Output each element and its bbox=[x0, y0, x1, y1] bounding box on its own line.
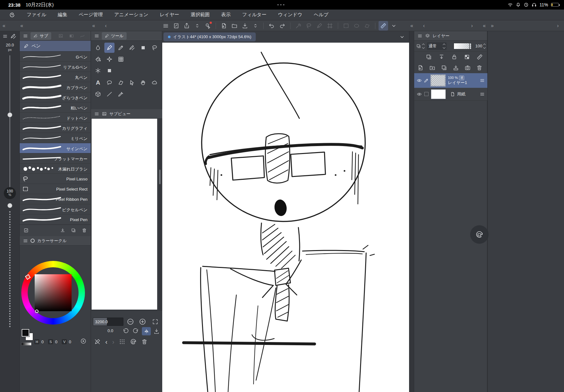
zoom-out-icon[interactable] bbox=[127, 318, 134, 326]
app-logo-icon[interactable] bbox=[9, 12, 15, 18]
opacity-slider-knob[interactable] bbox=[7, 203, 12, 208]
redo-button[interactable] bbox=[277, 21, 287, 31]
rotate-canvas-icon[interactable] bbox=[130, 339, 136, 345]
reset-view-icon[interactable] bbox=[153, 328, 160, 334]
layer-combine-icon[interactable] bbox=[416, 44, 421, 49]
subtool-item-komorebi-brush[interactable]: 木漏れ日ブラシ bbox=[20, 164, 91, 174]
multitask-indicator-dots[interactable] bbox=[277, 4, 284, 5]
dots-grid-icon[interactable] bbox=[119, 339, 125, 345]
brush-pair-icon[interactable] bbox=[10, 33, 17, 39]
zoom-in-icon[interactable] bbox=[139, 318, 146, 326]
tool-blend-droplet[interactable] bbox=[93, 43, 103, 53]
menu-item-page-manage[interactable]: ページ管理 bbox=[79, 12, 103, 18]
rotate-cw-icon[interactable] bbox=[132, 328, 139, 334]
new-folder-icon[interactable] bbox=[429, 65, 435, 71]
subtab-image-icon[interactable] bbox=[58, 33, 63, 38]
tool-text[interactable]: A bbox=[93, 78, 103, 88]
marquee-ellipse-button[interactable] bbox=[352, 21, 361, 31]
import-subtool-icon[interactable] bbox=[60, 228, 65, 233]
paper-thumbnail[interactable] bbox=[431, 89, 446, 99]
tool-3d[interactable] bbox=[93, 89, 103, 99]
subtool-item-calligraphy[interactable]: カリグラフィ bbox=[20, 123, 91, 133]
menu-item-file[interactable]: ファイル bbox=[27, 12, 46, 18]
menu-item-window[interactable]: ウィンドウ bbox=[278, 12, 303, 18]
opacity-slider-handle[interactable] bbox=[469, 43, 470, 49]
history-forward-icon[interactable]: › bbox=[112, 339, 115, 345]
panel-chevron-right-2[interactable]: › bbox=[557, 23, 559, 28]
subtool-item-g-pen[interactable]: Gペン bbox=[20, 52, 91, 62]
clear-canvas-trash-icon[interactable] bbox=[141, 339, 148, 345]
duplicate-subtool-icon[interactable] bbox=[71, 228, 76, 233]
selection-pen-button[interactable] bbox=[315, 21, 324, 31]
layer-panel-menu-icon[interactable] bbox=[417, 33, 422, 38]
page-switch-button[interactable] bbox=[251, 21, 260, 31]
subtool-item-pixel-lasso[interactable]: Pixel Lasso bbox=[20, 174, 91, 184]
zoom-input[interactable]: 3200.0 bbox=[93, 318, 123, 326]
enable-ruler-icon[interactable] bbox=[477, 54, 483, 60]
tool-tone[interactable] bbox=[116, 54, 126, 64]
subview-scrollbar[interactable] bbox=[158, 119, 161, 310]
new-page-button[interactable] bbox=[219, 21, 229, 31]
menu-item-layer[interactable]: レイヤー bbox=[160, 12, 179, 18]
layer-visibility-eye-icon[interactable] bbox=[417, 92, 422, 97]
menu-item-filter[interactable]: フィルター bbox=[242, 12, 266, 18]
strip-menu-icon[interactable] bbox=[3, 34, 8, 39]
subtab-curve-icon[interactable] bbox=[80, 33, 85, 38]
document-bar-chevron-down-icon[interactable] bbox=[399, 34, 405, 40]
delete-layer-icon[interactable] bbox=[476, 65, 483, 71]
panel-collapse-left-2[interactable]: « bbox=[20, 23, 23, 28]
tool-figure[interactable] bbox=[116, 78, 126, 88]
opacity-stepper[interactable] bbox=[484, 44, 485, 48]
subtool-item-pixel-ribbon-pen[interactable]: Pixel Ribbon Pen bbox=[20, 194, 91, 204]
clip-to-layer-below-icon[interactable] bbox=[438, 54, 445, 60]
document-tab[interactable]: イラスト44* (4100 x 3000px 72dpi 54.6%) bbox=[164, 32, 256, 41]
subview-menu-icon[interactable] bbox=[94, 111, 99, 116]
delete-subtool-icon[interactable] bbox=[82, 228, 87, 233]
duplicate-layer-icon[interactable] bbox=[441, 65, 447, 71]
lock-layer-icon[interactable] bbox=[451, 54, 457, 60]
panel-chevron-left-2[interactable]: ‹ bbox=[423, 23, 425, 28]
layer-edit-checkbox[interactable] bbox=[424, 92, 428, 96]
subtool-item-dot-pen[interactable]: ドットペン bbox=[20, 113, 91, 123]
menu-item-animation[interactable]: アニメーション bbox=[114, 12, 148, 18]
brush-size-slider-knob[interactable] bbox=[7, 112, 12, 117]
opacity-slider[interactable] bbox=[9, 211, 10, 328]
layer-row-layer1[interactable]: 100 % 通 レイヤー1 bbox=[414, 73, 487, 88]
tab-subtool[interactable]: サブ bbox=[31, 32, 51, 40]
layer-row-menu-icon[interactable] bbox=[480, 78, 485, 83]
color-panel-menu-icon[interactable] bbox=[23, 238, 28, 243]
subtool-item-kabura-pen[interactable]: カブラペン bbox=[20, 82, 91, 92]
color-history-mini-bar[interactable] bbox=[21, 342, 31, 346]
layer-row-paper[interactable]: 用紙 bbox=[414, 88, 487, 101]
rotate-ccw-icon[interactable] bbox=[123, 328, 129, 334]
combine-stepper[interactable] bbox=[422, 44, 424, 48]
camera-import-icon[interactable] bbox=[464, 65, 471, 71]
subtab-gradient-icon[interactable] bbox=[69, 33, 74, 38]
canvas-area[interactable] bbox=[162, 43, 409, 392]
tool-pen[interactable] bbox=[104, 43, 115, 53]
tool-pencil[interactable] bbox=[116, 43, 126, 53]
lock-alpha-icon[interactable] bbox=[464, 54, 470, 60]
layer-row-menu-icon[interactable] bbox=[480, 92, 485, 97]
tool-airbrush[interactable] bbox=[93, 54, 103, 64]
subtool-item-pixel-pen[interactable]: Pixel Pen bbox=[20, 214, 91, 225]
workspace-switch-button[interactable] bbox=[192, 21, 202, 31]
pen-disable-icon[interactable] bbox=[94, 339, 101, 345]
panel-collapse-left-3[interactable]: « bbox=[92, 23, 95, 28]
panel-collapse-left-4[interactable]: « bbox=[410, 23, 413, 28]
panel-collapse-left-1[interactable]: « bbox=[3, 23, 5, 28]
menu-item-help[interactable]: ヘルプ bbox=[314, 12, 328, 18]
tool-eyedropper[interactable] bbox=[116, 89, 126, 99]
export-button[interactable] bbox=[240, 21, 250, 31]
tool-hand[interactable] bbox=[138, 78, 148, 88]
tool-balloon[interactable] bbox=[104, 78, 115, 88]
subtool-item-maru-pen[interactable]: 丸ペン bbox=[20, 72, 91, 82]
fit-to-screen-icon[interactable] bbox=[152, 318, 158, 325]
subtool-item-flat-marker[interactable]: フラットマーカー bbox=[20, 153, 91, 164]
panel-chevron-right-1[interactable]: › bbox=[471, 23, 473, 28]
layer-opacity-slider[interactable] bbox=[454, 43, 471, 49]
menu-item-view[interactable]: 表示 bbox=[221, 12, 231, 18]
command-bar-collapse-button[interactable] bbox=[389, 21, 399, 31]
brush-size-slider[interactable] bbox=[10, 55, 10, 189]
snap-ruler-button[interactable] bbox=[379, 21, 388, 31]
